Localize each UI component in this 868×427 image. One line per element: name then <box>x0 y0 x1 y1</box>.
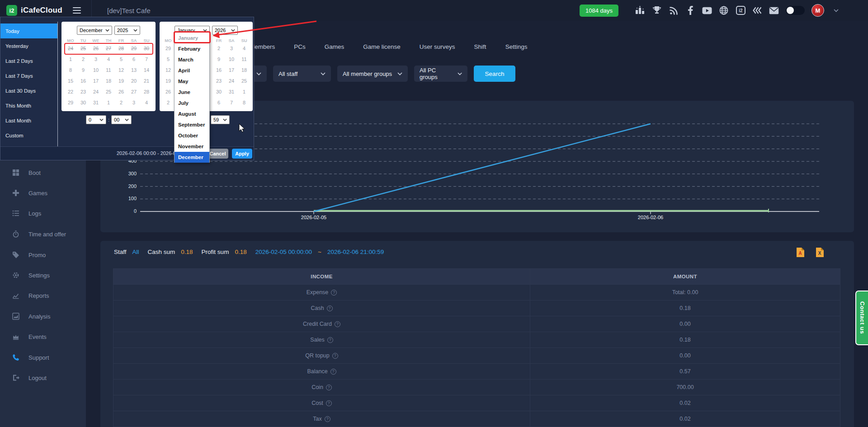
facebook-icon[interactable] <box>685 5 695 15</box>
help-icon[interactable]: ? <box>327 305 333 311</box>
calendar-day[interactable]: 3 <box>90 54 102 65</box>
sidebar-item-logs[interactable]: Logs <box>0 204 86 222</box>
tab[interactable]: User surveys <box>420 43 455 50</box>
calendar-day[interactable]: 16 <box>212 65 225 75</box>
calendar-day[interactable]: 11 <box>102 65 115 75</box>
sidebar-item-reports[interactable]: Reports <box>0 286 86 305</box>
calendar-day[interactable]: 24 <box>64 43 77 54</box>
calendar-day[interactable]: 9 <box>77 65 90 75</box>
help-icon[interactable]: ? <box>332 353 338 359</box>
year-select-right[interactable]: 2026 <box>212 26 238 35</box>
calendar-day[interactable]: 6 <box>212 97 225 108</box>
calendar-day[interactable]: 7 <box>225 97 238 108</box>
calendar-day[interactable]: 30 <box>212 86 225 97</box>
sidebar-item-boot[interactable]: Boot <box>0 164 86 182</box>
calendar-day[interactable]: 15 <box>64 75 77 86</box>
app-logo[interactable]: i2 iCafeCloud <box>0 5 68 16</box>
mail-icon[interactable] <box>769 5 779 15</box>
member-groups-select[interactable]: All member groups <box>337 66 408 82</box>
calendar-day[interactable]: 2 <box>212 43 225 54</box>
calendar-day[interactable]: 3 <box>127 97 140 108</box>
apply-button[interactable]: Apply <box>232 149 252 159</box>
sidebar-item-support[interactable]: Support <box>0 348 86 366</box>
calendar-day[interactable]: 12 <box>162 65 175 75</box>
staff-value-link[interactable]: All <box>132 249 139 255</box>
calendar-day[interactable]: 25 <box>102 86 115 97</box>
tab[interactable]: Shift <box>474 43 486 50</box>
calendar-day[interactable]: 10 <box>225 54 238 65</box>
end-minute-select[interactable]: 59 <box>211 115 230 124</box>
calendar-day[interactable]: 25 <box>77 43 90 54</box>
calendar-day[interactable]: 2 <box>162 97 175 108</box>
calendar-day[interactable]: 20 <box>127 75 140 86</box>
calendar-day[interactable]: 28 <box>115 43 127 54</box>
date-preset[interactable]: Today <box>0 23 57 38</box>
contact-us-button[interactable]: Contact us <box>855 291 868 345</box>
sidebar-item-time-and-offer[interactable]: Time and offer <box>0 225 86 243</box>
avatar[interactable]: M <box>811 4 824 17</box>
calendar-day[interactable]: 31 <box>90 97 102 108</box>
calendar-day[interactable]: 11 <box>238 54 250 65</box>
calendar-day[interactable]: 12 <box>115 65 127 75</box>
calendar-day[interactable]: 2 <box>77 54 90 65</box>
sidebar-item-settings[interactable]: Settings <box>0 266 86 284</box>
calendar-day[interactable]: 1 <box>102 97 115 108</box>
calendar-day[interactable]: 14 <box>140 65 153 75</box>
calendar-day[interactable]: 19 <box>162 75 175 86</box>
youtube-icon[interactable] <box>702 5 712 15</box>
tab[interactable]: Settings <box>505 43 528 50</box>
year-select-left[interactable]: 2025 <box>114 26 140 35</box>
month-option[interactable]: November <box>175 141 209 152</box>
calendar-day[interactable]: 29 <box>162 43 175 54</box>
calendar-day[interactable]: 31 <box>225 86 238 97</box>
calendar-day[interactable]: 27 <box>102 43 115 54</box>
calendar-day[interactable]: 29 <box>127 43 140 54</box>
calendar-day[interactable]: 1 <box>64 54 77 65</box>
start-minute-select[interactable]: 00 <box>111 115 132 124</box>
calendar-day[interactable]: 28 <box>140 86 153 97</box>
calendar-day[interactable]: 19 <box>115 75 127 86</box>
start-hour-select[interactable]: 0 <box>86 115 106 124</box>
month-option[interactable]: March <box>175 54 209 65</box>
calendar-day[interactable]: 30 <box>140 43 153 54</box>
calendar-day[interactable]: 4 <box>238 43 250 54</box>
calendar-day[interactable]: 17 <box>90 75 102 86</box>
month-option[interactable]: February <box>175 43 209 54</box>
month-option[interactable]: December <box>175 152 209 163</box>
month-option[interactable]: January <box>175 33 209 43</box>
month-option[interactable]: September <box>175 119 209 130</box>
calendar-day[interactable]: 4 <box>140 97 153 108</box>
calendar-day[interactable]: 23 <box>77 86 90 97</box>
layers-icon[interactable] <box>752 5 762 15</box>
calendar-day[interactable]: 25 <box>238 75 250 86</box>
calendar-day[interactable]: 3 <box>225 43 238 54</box>
sidebar-item-promo[interactable]: Promo <box>0 246 86 264</box>
calendar-day[interactable]: 10 <box>90 65 102 75</box>
calendar-day[interactable]: 5 <box>162 54 175 65</box>
hamburger-menu-icon[interactable] <box>68 4 86 17</box>
calendar-day[interactable]: 30 <box>77 97 90 108</box>
help-icon[interactable]: ? <box>326 385 332 390</box>
date-preset[interactable]: Last Month <box>0 113 57 128</box>
calendar-day[interactable]: 26 <box>90 43 102 54</box>
calendar-day[interactable]: 27 <box>127 86 140 97</box>
calendar-day[interactable]: 22 <box>64 86 77 97</box>
calendar-day[interactable]: 9 <box>212 54 225 65</box>
calendar-day[interactable]: 17 <box>225 65 238 75</box>
month-option[interactable]: August <box>175 108 209 119</box>
help-icon[interactable]: ? <box>327 337 333 343</box>
calendar-day[interactable]: 26 <box>115 86 127 97</box>
calendar-day[interactable]: 29 <box>64 97 77 108</box>
tab[interactable]: Game license <box>363 43 401 50</box>
calendar-day[interactable]: 7 <box>140 54 153 65</box>
month-option[interactable]: May <box>175 76 209 87</box>
staff-select[interactable]: All staff <box>273 66 331 82</box>
calendar-day[interactable]: 24 <box>90 86 102 97</box>
search-button[interactable]: Search <box>474 66 515 82</box>
sidebar-item-analysis[interactable]: Analysis <box>0 307 86 325</box>
globe-icon[interactable] <box>719 5 729 15</box>
sidebar-item-logout[interactable]: Logout <box>0 369 86 387</box>
help-icon[interactable]: ? <box>331 290 337 296</box>
month-option[interactable]: October <box>175 130 209 141</box>
calendar-day[interactable]: 8 <box>238 97 250 108</box>
